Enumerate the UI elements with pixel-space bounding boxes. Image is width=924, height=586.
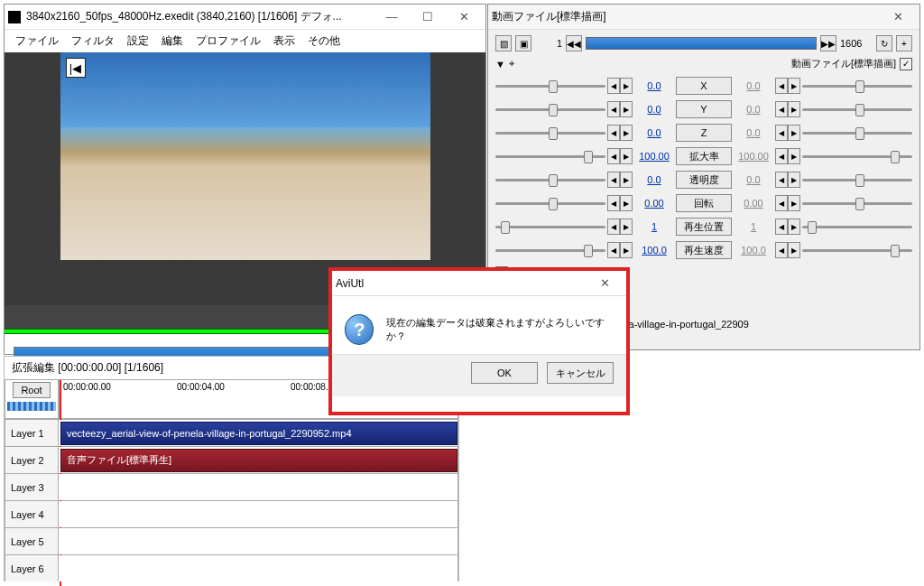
- expand-icon[interactable]: ▼: [495, 59, 505, 70]
- ok-button[interactable]: OK: [471, 362, 538, 384]
- step-left-icon[interactable]: ◀: [775, 172, 788, 188]
- param-value-left[interactable]: 0.0: [634, 104, 674, 115]
- loop-icon[interactable]: ↻: [876, 35, 892, 51]
- close-icon[interactable]: ✕: [446, 5, 482, 29]
- menu-profile[interactable]: プロファイル: [190, 32, 266, 51]
- param-slider-left[interactable]: [495, 125, 605, 141]
- step-left-icon[interactable]: ◀: [775, 219, 788, 235]
- close-icon[interactable]: ✕: [880, 5, 916, 29]
- step-right-icon[interactable]: ▶: [788, 195, 800, 211]
- param-value-right[interactable]: 100.00: [734, 151, 773, 162]
- param-slider-right[interactable]: [802, 78, 912, 94]
- header-checkbox[interactable]: ✓: [900, 58, 912, 70]
- step-left-icon[interactable]: ◀: [775, 242, 788, 258]
- param-slider-right[interactable]: [802, 195, 912, 211]
- param-value-left[interactable]: 1: [634, 221, 674, 232]
- add-icon[interactable]: +: [896, 35, 912, 51]
- seek-mark1-icon[interactable]: ▧: [495, 35, 512, 51]
- param-slider-left[interactable]: [495, 148, 605, 164]
- param-value-right[interactable]: 1: [734, 221, 773, 232]
- param-name-button[interactable]: 回転: [676, 194, 732, 212]
- param-value-left[interactable]: 0.0: [634, 127, 674, 138]
- step-right-icon[interactable]: ▶: [788, 78, 800, 94]
- layer-name[interactable]: Layer 1: [5, 420, 59, 446]
- layer-track[interactable]: [59, 474, 458, 500]
- param-slider-left[interactable]: [495, 101, 605, 117]
- param-name-button[interactable]: X: [676, 77, 732, 95]
- param-name-button[interactable]: Z: [676, 124, 732, 142]
- param-value-right[interactable]: 100.0: [734, 245, 773, 256]
- param-value-left[interactable]: 100.0: [634, 245, 674, 256]
- step-right-icon[interactable]: ▶: [788, 125, 800, 141]
- step-right-icon[interactable]: ▶: [788, 242, 800, 258]
- step-left-icon[interactable]: ◀: [607, 148, 620, 164]
- param-value-left[interactable]: 0.00: [634, 198, 674, 209]
- layer-name[interactable]: Layer 3: [5, 474, 59, 500]
- layer-track[interactable]: 音声ファイル[標準再生]: [59, 447, 458, 473]
- param-slider-right[interactable]: [802, 219, 912, 235]
- minimize-icon[interactable]: —: [374, 5, 410, 29]
- param-slider-left[interactable]: [495, 172, 605, 188]
- param-value-right[interactable]: 0.0: [734, 104, 773, 115]
- layer-name[interactable]: Layer 2: [5, 447, 59, 473]
- param-slider-left[interactable]: [495, 242, 605, 258]
- rewind-icon[interactable]: |◀: [66, 58, 86, 78]
- param-value-left[interactable]: 0.0: [634, 80, 674, 91]
- param-slider-right[interactable]: [802, 242, 912, 258]
- menu-view[interactable]: 表示: [268, 32, 300, 51]
- step-left-icon[interactable]: ◀: [607, 125, 620, 141]
- step-right-icon[interactable]: ▶: [620, 172, 633, 188]
- menu-filter[interactable]: フィルタ: [66, 32, 120, 51]
- step-right-icon[interactable]: ▶: [620, 125, 633, 141]
- param-slider-right[interactable]: [802, 125, 912, 141]
- step-right-icon[interactable]: ▶: [788, 148, 800, 164]
- step-right-icon[interactable]: ▶: [620, 195, 633, 211]
- step-left-icon[interactable]: ◀: [775, 78, 788, 94]
- zoom-bar[interactable]: [7, 402, 56, 411]
- menu-edit[interactable]: 編集: [156, 32, 189, 51]
- clip-vid[interactable]: vecteezy_aerial-view-of-penela-village-i…: [60, 422, 457, 445]
- dialog-titlebar[interactable]: AviUtl ✕: [332, 271, 626, 296]
- step-right-icon[interactable]: ▶: [620, 219, 633, 235]
- step-right-icon[interactable]: ▶: [620, 101, 633, 117]
- prop-titlebar[interactable]: 動画ファイル[標準描画] ✕: [488, 5, 919, 30]
- param-value-right[interactable]: 0.00: [734, 198, 773, 209]
- cancel-button[interactable]: キャンセル: [547, 362, 614, 384]
- param-slider-right[interactable]: [802, 172, 912, 188]
- param-name-button[interactable]: 再生速度: [676, 241, 732, 259]
- menu-file[interactable]: ファイル: [10, 32, 64, 51]
- layer-name[interactable]: Layer 4: [5, 501, 59, 527]
- param-value-left[interactable]: 100.00: [634, 151, 674, 162]
- param-slider-right[interactable]: [802, 148, 912, 164]
- param-slider-left[interactable]: [495, 78, 605, 94]
- prop-seekbar[interactable]: [586, 37, 817, 50]
- maximize-icon[interactable]: ☐: [410, 5, 446, 29]
- param-value-right[interactable]: 0.0: [734, 127, 773, 138]
- step-left-icon[interactable]: ◀: [775, 101, 788, 117]
- step-right-icon[interactable]: ▶: [788, 172, 800, 188]
- step-left-icon[interactable]: ◀: [607, 242, 620, 258]
- step-left-icon[interactable]: ◀: [607, 101, 620, 117]
- main-titlebar[interactable]: 3840x2160_50fps_48000Hz.exedit (3840,216…: [5, 5, 485, 30]
- layer-name[interactable]: Layer 6: [5, 555, 59, 581]
- step-right-icon[interactable]: ▶: [620, 242, 633, 258]
- clip-aud[interactable]: 音声ファイル[標準再生]: [60, 449, 457, 472]
- param-value-left[interactable]: 0.0: [634, 174, 674, 185]
- root-button[interactable]: Root: [13, 382, 50, 398]
- param-slider-left[interactable]: [495, 219, 605, 235]
- close-icon[interactable]: ✕: [587, 272, 623, 295]
- param-value-right[interactable]: 0.0: [734, 80, 773, 91]
- menu-other[interactable]: その他: [302, 32, 346, 51]
- step-left-icon[interactable]: ◀: [607, 195, 620, 211]
- seek-mark2-icon[interactable]: ▣: [515, 35, 531, 51]
- seek-next-icon[interactable]: ▶▶: [820, 35, 836, 51]
- step-right-icon[interactable]: ▶: [788, 101, 800, 117]
- step-right-icon[interactable]: ▶: [620, 148, 633, 164]
- param-name-button[interactable]: 再生位置: [676, 218, 732, 236]
- param-name-button[interactable]: Y: [676, 100, 732, 118]
- layer-track[interactable]: [59, 555, 458, 581]
- layer-name[interactable]: Layer 5: [5, 528, 59, 554]
- param-name-button[interactable]: 透明度: [676, 171, 732, 189]
- param-name-button[interactable]: 拡大率: [676, 147, 732, 165]
- step-left-icon[interactable]: ◀: [775, 195, 788, 211]
